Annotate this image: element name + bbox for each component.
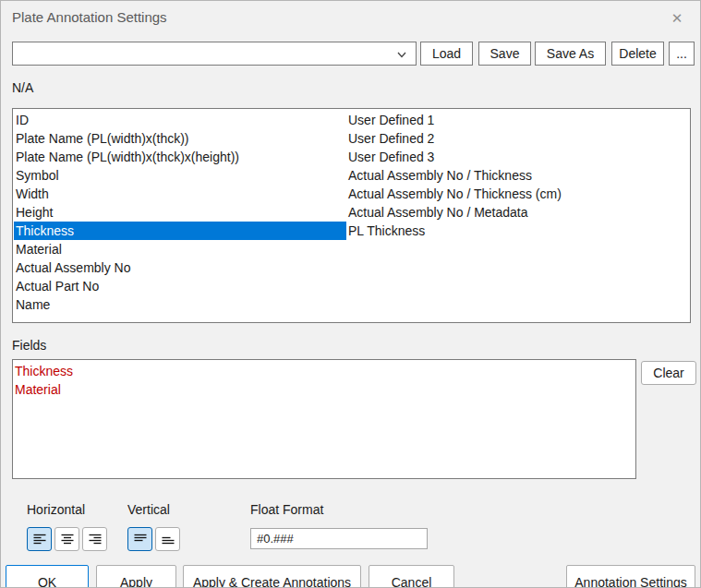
close-icon[interactable]: ✕	[667, 8, 687, 29]
available-fields-left-column: ID Plate Name (PL(width)x(thck)) Plate N…	[14, 111, 346, 314]
available-field-item-label: Actual Assembly No / Thickness	[348, 168, 532, 183]
available-field-item-label: Width	[16, 186, 49, 201]
available-field-item-label: Height	[16, 205, 53, 220]
load-button[interactable]: Load	[420, 42, 473, 66]
align-right-button[interactable]	[82, 527, 107, 551]
vertical-label: Vertical	[127, 502, 170, 517]
chevron-down-icon	[395, 48, 408, 61]
available-field-item-label: ID	[16, 113, 29, 127]
ok-button[interactable]: OK	[6, 565, 89, 588]
apply-create-annotations-button[interactable]: Apply & Create Annotations	[183, 565, 361, 588]
align-left-button[interactable]	[27, 527, 52, 551]
available-field-item[interactable]: Actual Assembly No	[14, 258, 346, 277]
available-field-item[interactable]: Name	[14, 295, 346, 314]
available-field-item-label: PL Thickness	[348, 223, 425, 238]
dialog-title: Plate Annotation Settings	[12, 9, 167, 25]
selected-field-item[interactable]: Thickness	[13, 362, 635, 380]
available-field-item-label: Material	[16, 242, 62, 257]
available-field-item-label: Actual Assembly No	[16, 260, 131, 275]
align-bottom-icon	[161, 532, 175, 546]
available-field-item[interactable]: Actual Assembly No / Metadata	[346, 203, 688, 222]
selected-field-item[interactable]: Material	[13, 380, 635, 399]
save-as-button[interactable]: Save As	[535, 42, 606, 66]
cancel-button[interactable]: Cancel	[369, 565, 454, 588]
available-field-item[interactable]: User Defined 1	[346, 111, 688, 129]
preset-combobox[interactable]	[12, 42, 417, 66]
available-field-item[interactable]: ID	[14, 111, 346, 129]
align-right-icon	[88, 532, 103, 546]
na-label: N/A	[12, 80, 33, 95]
available-fields-right-column: User Defined 1 User Defined 2 User Defin…	[346, 111, 688, 240]
selected-field-item-label: Thickness	[15, 364, 73, 378]
align-left-icon	[32, 532, 47, 546]
available-field-item-label: Plate Name (PL(width)x(thck))	[16, 131, 189, 146]
available-field-item-label: Thickness	[16, 223, 74, 238]
align-top-button[interactable]	[127, 527, 152, 551]
available-field-item-label: Actual Assembly No / Metadata	[348, 205, 528, 220]
available-fields-list[interactable]: ID Plate Name (PL(width)x(thck)) Plate N…	[12, 108, 691, 323]
available-field-item[interactable]: Actual Assembly No / Thickness	[346, 166, 688, 185]
available-field-item[interactable]: Material	[14, 240, 346, 258]
available-field-item[interactable]: Symbol	[14, 166, 346, 185]
align-center-icon	[60, 532, 75, 546]
more-button[interactable]: ...	[669, 42, 695, 66]
float-format-input[interactable]	[250, 528, 428, 549]
available-field-item-label: Actual Part No	[16, 279, 99, 294]
save-button[interactable]: Save	[478, 42, 531, 66]
available-field-item[interactable]: User Defined 2	[346, 129, 688, 148]
selected-field-item-label: Material	[15, 382, 61, 397]
available-field-item-label: Name	[16, 297, 50, 312]
available-field-item[interactable]: Plate Name (PL(width)x(thck)x(height))	[14, 148, 346, 166]
fields-label: Fields	[12, 338, 46, 353]
available-field-item[interactable]: Width	[14, 185, 346, 203]
apply-button[interactable]: Apply	[96, 565, 176, 588]
available-field-item[interactable]: Plate Name (PL(width)x(thck))	[14, 129, 346, 148]
horizontal-label: Horizontal	[27, 502, 85, 517]
delete-button[interactable]: Delete	[611, 42, 664, 66]
float-format-label: Float Format	[250, 502, 323, 517]
available-field-item-label: User Defined 1	[348, 113, 434, 127]
available-field-item[interactable]: Actual Part No	[14, 277, 346, 295]
available-field-item[interactable]: User Defined 3	[346, 148, 688, 166]
available-field-item-label: Actual Assembly No / Thickness (cm)	[348, 186, 562, 201]
selected-fields-list[interactable]: Thickness Material	[12, 359, 636, 479]
available-field-item[interactable]: Height	[14, 203, 346, 222]
available-field-item[interactable]: Actual Assembly No / Thickness (cm)	[346, 185, 688, 203]
available-field-item-label: Plate Name (PL(width)x(thck)x(height))	[16, 150, 239, 164]
available-field-item-label: User Defined 3	[348, 150, 434, 164]
available-field-item[interactable]: Thickness	[14, 222, 346, 240]
align-bottom-button[interactable]	[155, 527, 180, 551]
align-top-icon	[133, 532, 148, 546]
available-field-item-label: User Defined 2	[348, 131, 434, 146]
available-field-item[interactable]: PL Thickness	[346, 222, 688, 240]
available-field-item-label: Symbol	[16, 168, 59, 183]
annotation-settings-button[interactable]: Annotation Settings	[566, 565, 695, 588]
plate-annotation-settings-dialog: Plate Annotation Settings ✕ Load Save Sa…	[0, 0, 701, 588]
align-center-button[interactable]	[54, 527, 79, 551]
clear-button[interactable]: Clear	[641, 361, 696, 385]
